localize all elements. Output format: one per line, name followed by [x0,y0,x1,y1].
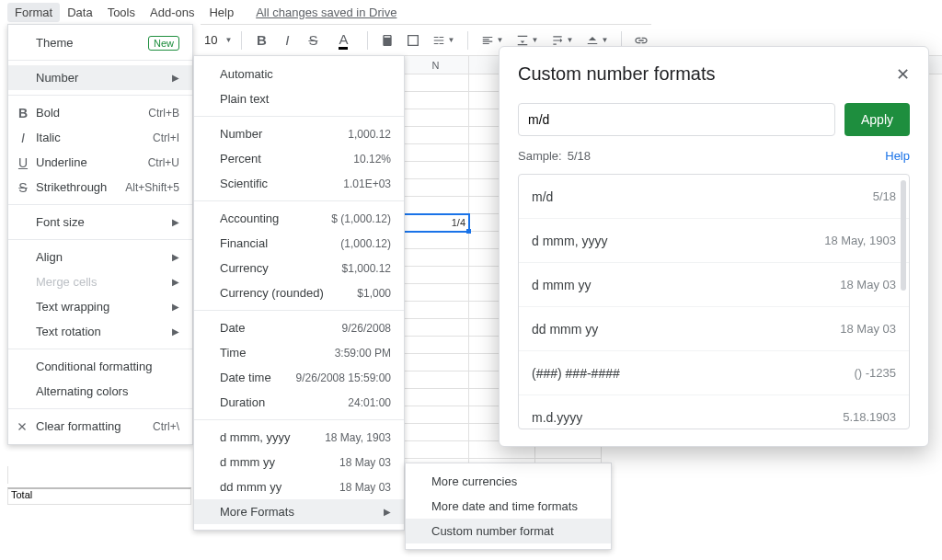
apply-button[interactable]: Apply [844,103,910,136]
num-time[interactable]: Time3:59:00 PM [194,340,404,365]
more-curr[interactable]: More currencies [406,469,611,494]
num-currr[interactable]: Currency (rounded)$1,000 [194,280,404,305]
dialog-title: Custom number formats [518,63,716,85]
list-item[interactable]: (###) ###-####() -1235 [519,351,909,395]
menu-align[interactable]: Align▶ [8,245,192,269]
num-percent[interactable]: Percent10.12% [194,146,404,171]
more-formats-submenu: More currencies More date and time forma… [405,463,612,550]
custom-number-dialog: Custom number formats ✕ Apply Sample: 5/… [499,46,929,447]
menu-merge: Merge cells▶ [8,269,192,294]
scrollbar[interactable] [901,180,906,291]
menu-data[interactable]: Data [60,3,99,22]
strike-button[interactable]: S [303,30,323,51]
fill-color-button[interactable] [377,30,397,51]
num-auto[interactable]: Automatic [194,62,404,86]
font-size-select[interactable]: 10▼ [204,33,232,47]
menu-number[interactable]: Number▶ [8,65,192,90]
num-acct[interactable]: Accounting$ (1,000.12) [194,206,404,231]
menu-underline[interactable]: U UnderlineCtrl+U [8,150,192,175]
close-icon[interactable]: ✕ [896,64,910,85]
menu-bold[interactable]: B BoldCtrl+B [8,100,192,125]
format-list[interactable]: m/d5/18 d mmm, yyyy18 May, 1903 d mmm yy… [518,174,910,429]
num-f2[interactable]: d mmm yy18 May 03 [194,450,404,474]
menu-format[interactable]: Format [7,3,60,22]
list-item[interactable]: dd mmm yy18 May 03 [519,307,909,351]
clear-icon [16,420,30,433]
menu-tools[interactable]: Tools [100,3,143,22]
new-badge: New [148,36,179,51]
format-dropdown: Theme New Number▶ B BoldCtrl+B I ItalicC… [7,24,193,445]
num-plain[interactable]: Plain text [194,86,404,111]
borders-button[interactable] [403,30,423,51]
num-datetime[interactable]: Date time9/26/2008 15:59:00 [194,365,404,390]
text-color-button[interactable]: A [328,30,358,51]
list-item[interactable]: d mmm, yyyy18 May, 1903 [519,219,909,263]
num-date[interactable]: Date9/26/2008 [194,315,404,340]
menu-strike[interactable]: S StrikethroughAlt+Shift+5 [8,175,192,200]
menu-clear-format[interactable]: Clear formattingCtrl+\ [8,414,192,439]
menu-wrap[interactable]: Text wrapping▶ [8,294,192,319]
active-cell[interactable]: 1/4 [403,214,469,232]
sample-value: 5/18 [568,149,591,163]
num-curr[interactable]: Currency$1,000.12 [194,256,404,280]
save-status[interactable]: All changes saved in Drive [256,6,396,19]
list-item[interactable]: m.d.yyyy5.18.1903 [519,395,909,429]
sample-label: Sample: [518,149,562,163]
more-dt[interactable]: More date and time formats [406,494,611,519]
num-dur[interactable]: Duration24:01:00 [194,390,404,415]
underline-icon: U [16,155,30,170]
help-link[interactable]: Help [885,149,910,163]
num-f3[interactable]: dd mmm yy18 May 03 [194,474,404,499]
list-item[interactable]: d mmm yy18 May 03 [519,263,909,307]
menu-rotate[interactable]: Text rotation▶ [8,319,192,344]
italic-button[interactable]: I [277,30,297,51]
bold-icon: B [16,106,30,120]
menu-addons[interactable]: Add-ons [143,3,201,22]
menu-theme[interactable]: Theme New [8,30,192,55]
merge-button[interactable]: ▼ [429,30,458,51]
num-number[interactable]: Number1,000.12 [194,121,404,146]
more-custom[interactable]: Custom number format [406,519,611,543]
menu-italic[interactable]: I ItalicCtrl+I [8,125,192,150]
col-header-n[interactable]: N [403,56,469,74]
italic-icon: I [16,131,30,145]
menu-cond-format[interactable]: Conditional formatting [8,354,192,379]
menu-help[interactable]: Help [201,3,241,22]
num-f1[interactable]: d mmm, yyyy18 May, 1903 [194,425,404,450]
menu-font-size[interactable]: Font size▶ [8,210,192,234]
number-submenu: Automatic Plain text Number1,000.12 Perc… [193,55,405,531]
bold-button[interactable]: B [251,30,271,51]
menu-alt-colors[interactable]: Alternating colors [8,379,192,404]
num-fin[interactable]: Financial(1,000.12) [194,231,404,256]
num-sci[interactable]: Scientific1.01E+03 [194,171,404,196]
menu-bar: Format Data Tools Add-ons Help All chang… [7,2,935,22]
strike-icon: S [16,180,30,195]
num-more[interactable]: More Formats▶ [194,499,404,524]
total-row-label: Total [11,489,74,504]
list-item[interactable]: m/d5/18 [519,175,909,219]
format-input[interactable] [518,103,835,136]
